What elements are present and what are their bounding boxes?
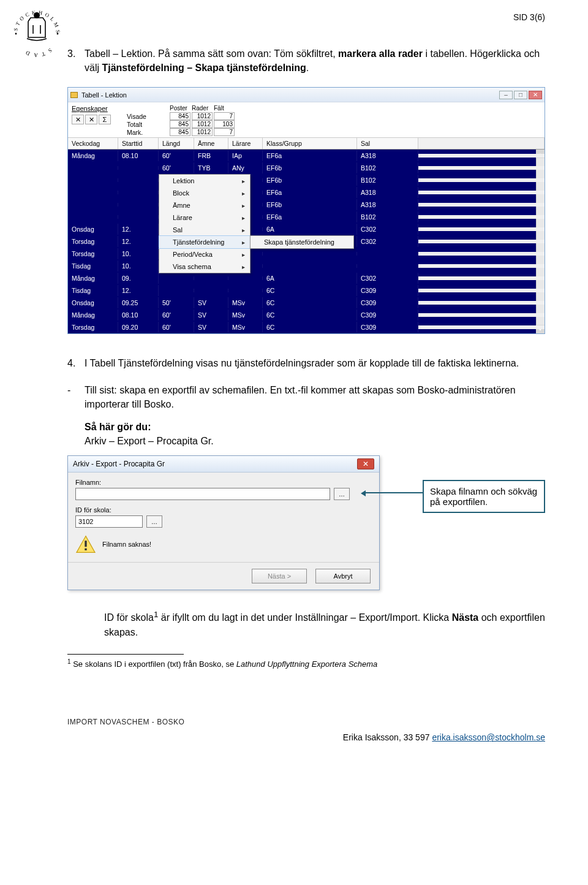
- stats-label-visade: Visade: [127, 113, 164, 120]
- warning-icon: [75, 535, 96, 553]
- ctx-item-sal[interactable]: Sal: [159, 224, 250, 236]
- filnamn-label: Filnamn:: [75, 479, 372, 486]
- footer-left: IMPORT NOVASCHEM - BOSKO: [67, 718, 545, 726]
- dialog-title: Arkiv - Export - Procapita Gr: [73, 460, 165, 468]
- export-dialog: Arkiv - Export - Procapita Gr ✕ Filnamn:…: [67, 455, 380, 590]
- table-row[interactable]: 60'TYBANyEF6bB102: [68, 162, 545, 174]
- svg-point-3: [57, 33, 59, 35]
- stats-cell: 103: [214, 120, 235, 128]
- ctx-item-tjnstefrdelning[interactable]: Tjänstefördelning: [159, 235, 251, 249]
- dash-bullet: -: [67, 383, 85, 411]
- stockholm-stad-logo: S T O C K H O L M S S T A D: [12, 0, 61, 67]
- table-row[interactable]: Onsdag12.6AC302: [68, 223, 545, 235]
- cancel-button[interactable]: Avbryt: [315, 569, 371, 583]
- stats-label-totalt: Totalt: [127, 121, 164, 128]
- table-row[interactable]: EF6bA318: [68, 199, 545, 211]
- dash-text: Till sist: skapa en exportfil av schemaf…: [85, 383, 545, 411]
- footer-email-link[interactable]: erika.isaksson@stockholm.se: [432, 732, 545, 742]
- maximize-button[interactable]: □: [514, 91, 527, 99]
- context-submenu: Skapa tjänstefördelning: [250, 235, 354, 249]
- stats-cell: 845: [170, 120, 190, 128]
- stats-cell: 1012: [192, 112, 213, 120]
- footer-right: Erika Isaksson, 33 597 erika.isaksson@st…: [67, 732, 545, 742]
- stats-cell: 1012: [192, 128, 213, 136]
- ctx-item-block[interactable]: Block: [159, 187, 250, 199]
- col-larare[interactable]: Lärare: [228, 138, 263, 149]
- ctx-item-visaschema[interactable]: Visa schema: [159, 260, 250, 273]
- footnote-1: 1 Se skolans ID i exportfilen (txt) från…: [67, 658, 545, 669]
- stats-cell: 845: [170, 112, 190, 120]
- egenskaper-link[interactable]: Egenskaper: [72, 105, 121, 112]
- subhead-line2: Arkiv – Export – Procapita Gr.: [85, 434, 545, 448]
- ctx-item-periodvecka[interactable]: Period/Vecka: [159, 248, 250, 260]
- toolbar-btn-2[interactable]: ✕: [85, 115, 97, 124]
- id-skola-label: ID för skola:: [75, 506, 372, 514]
- screenshot-tabell-lektion: Tabell - Lektion – □ ✕ Egenskaper ✕ ✕ Σ: [67, 87, 545, 334]
- id-browse-button[interactable]: …: [146, 515, 162, 528]
- next-button[interactable]: Nästa >: [252, 569, 307, 583]
- table-row[interactable]: Måndag08.1060'SVMSv6CC309: [68, 309, 545, 321]
- svg-rect-7: [85, 549, 86, 550]
- callout-arrow: [364, 492, 423, 493]
- table-row[interactable]: Tisdag12.6CC309: [68, 284, 545, 297]
- ctx-item-mne[interactable]: Ämne: [159, 199, 250, 211]
- table-row[interactable]: EF6bB102: [68, 174, 545, 186]
- stats-cell: 845: [170, 128, 190, 136]
- step-4-text: I Tabell Tjänstefördelning visas nu tjän…: [85, 356, 519, 370]
- table-row[interactable]: Tisdag10.: [68, 260, 545, 272]
- window-title: Tabell - Lektion: [81, 91, 127, 99]
- table-row[interactable]: Måndag09.6AC302: [68, 272, 545, 284]
- table-row[interactable]: Torsdag09.2060'SVMSv6CC309: [68, 321, 545, 333]
- step-3-text: Tabell – Lektion. På samma sätt som ovan…: [85, 47, 545, 75]
- step-number-4: 4.: [67, 356, 85, 370]
- col-langd[interactable]: Längd: [159, 138, 194, 149]
- id-para: ID för skola1 är ifyllt om du lagt in de…: [104, 609, 545, 639]
- browse-button[interactable]: …: [334, 488, 350, 500]
- subhead-bold: Så här gör du:: [85, 420, 545, 434]
- footnote-separator: [67, 654, 184, 655]
- table-row[interactable]: EF6aB102: [68, 211, 545, 223]
- context-menu: LektionBlockÄmneLärareSalTjänstefördelni…: [159, 174, 251, 273]
- col-starttid[interactable]: Starttid: [118, 138, 159, 149]
- warning-text: Filnamn saknas!: [102, 541, 151, 548]
- col-klassgrupp[interactable]: Klass/Grupp: [263, 138, 357, 149]
- close-button[interactable]: ✕: [529, 91, 542, 99]
- page-number: SID 3(6): [67, 12, 545, 22]
- submenu-skapa-tjanstefordelning[interactable]: Skapa tjänstefördelning: [251, 236, 353, 248]
- stats-cell: 7: [214, 112, 235, 120]
- table-row[interactable]: Onsdag09.2550'SVMSv6CC309: [68, 297, 545, 309]
- table-row[interactable]: Torsdag10.: [68, 248, 545, 260]
- svg-point-4: [34, 12, 40, 18]
- id-skola-input[interactable]: [75, 515, 143, 528]
- svg-rect-6: [85, 541, 86, 547]
- table-row[interactable]: Måndag08.1060'FRBIApEF6aA318: [68, 150, 545, 162]
- step-number-3: 3.: [67, 47, 85, 75]
- callout-box: Skapa filnamn och sökväg på exportfilen.: [423, 480, 545, 513]
- table-row[interactable]: EF6aA318: [68, 186, 545, 199]
- stats-cell: 1012: [192, 120, 213, 128]
- minimize-button[interactable]: –: [499, 91, 513, 99]
- col-veckodag[interactable]: Veckodag: [68, 138, 118, 149]
- col-amne[interactable]: Ämne: [194, 138, 228, 149]
- ctx-item-lrare[interactable]: Lärare: [159, 211, 250, 224]
- svg-point-2: [15, 33, 17, 35]
- svg-text:S T A D: S T A D: [24, 47, 53, 58]
- dialog-close-button[interactable]: ✕: [357, 458, 374, 469]
- window-icon: [70, 92, 78, 98]
- col-sal[interactable]: Sal: [357, 138, 418, 149]
- toolbar-btn-sigma[interactable]: Σ: [99, 115, 111, 124]
- toolbar-btn-1[interactable]: ✕: [72, 115, 84, 124]
- filnamn-input[interactable]: [75, 488, 330, 500]
- stats-cell: 7: [214, 128, 235, 136]
- stats-label-mark: Mark.: [127, 129, 164, 136]
- ctx-item-lektion[interactable]: Lektion: [159, 175, 250, 187]
